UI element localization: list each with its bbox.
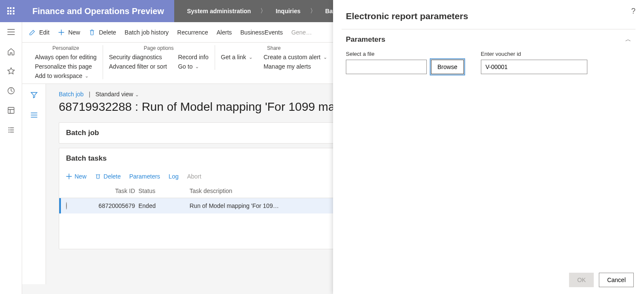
chevron-down-icon: ⌄ [249,55,253,60]
opt-go-to[interactable]: Go to⌄ [178,63,209,70]
waffle-icon [7,7,15,15]
plus-icon [66,173,72,179]
home-icon [7,47,15,56]
workspace-icon [7,106,15,115]
chevron-down-icon: ⌄ [135,92,139,97]
new-button[interactable]: New [58,29,80,36]
dialog-footer: OK Cancel [333,266,644,294]
col-status[interactable]: Status [138,187,190,194]
select-file-label: Select a file [346,51,464,57]
new-label: New [68,29,80,36]
options-group-title: Page options [109,45,209,51]
nav-modules-button[interactable] [0,120,22,140]
delete-label: Delete [99,29,116,36]
svg-rect-1 [8,107,14,113]
opt-advanced-filter-or-sort[interactable]: Advanced filter or sort [109,63,167,70]
nav-recent-button[interactable] [0,81,22,101]
breadcrumb-item-inquiries[interactable]: Inquiries [276,8,300,14]
chevron-right-icon: 〉 [260,7,266,15]
parameters-fields: Select a file Browse Enter voucher id [346,44,631,81]
trash-icon [89,29,95,36]
browse-button[interactable]: Browse [431,60,464,74]
opt-record-info[interactable]: Record info [178,54,209,61]
alerts-button[interactable]: Alerts [216,29,232,36]
clock-icon [7,86,15,95]
col-task-id[interactable]: Task ID [87,187,138,194]
tasks-delete-button[interactable]: Delete [95,173,121,180]
star-icon [7,67,15,75]
chevron-down-icon: ⌄ [85,73,89,79]
view-selector[interactable]: Standard view ⌄ [95,91,139,98]
pencil-icon [29,29,36,36]
brand-title: Finance and Operations Preview [22,0,174,22]
opt-manage-my-alerts[interactable]: Manage my alerts [264,63,327,70]
select-file-input[interactable] [346,60,427,74]
opt-add-to-workspace[interactable]: Add to workspace⌄ [35,72,97,79]
help-button[interactable]: ? [631,7,635,16]
options-group-title: Personalize [35,45,97,51]
tasks-new-button[interactable]: New [66,173,86,180]
chevron-right-icon: 〉 [310,7,316,15]
entity-link[interactable]: Batch job [59,91,83,98]
ok-button: OK [569,273,594,287]
tasks-log-button[interactable]: Log [169,173,178,180]
opt-personalize-this-page[interactable]: Personalize this page [35,63,97,70]
dialog-electronic-report-parameters: ? Electronic report parameters Parameter… [333,0,644,294]
separator: | [89,91,90,98]
opt-get-a-link[interactable]: Get a link⌄ [221,54,253,61]
delete-button[interactable]: Delete [89,29,116,36]
nav-expand-button[interactable] [0,22,22,42]
lines-icon [30,111,38,119]
parameters-section-header[interactable]: Parameters ︿ [346,35,631,44]
recurrence-button[interactable]: Recurrence [177,29,208,36]
field-enter-voucher-id: Enter voucher id [481,51,587,74]
dialog-title: Electronic report parameters [333,0,644,29]
left-nav-rail [0,0,22,294]
nav-favorites-button[interactable] [0,61,22,81]
opt-create-custom-alert[interactable]: Create a custom alert⌄ [264,54,327,61]
tasks-abort-button: Abort [187,173,201,180]
app-launcher-button[interactable] [0,0,22,22]
options-group-share: Share Get a link⌄ Create a custom alert⌄… [215,45,333,70]
edit-label: Edit [39,29,49,36]
side-tool-strip [22,84,46,284]
cell-status: Ended [138,202,190,209]
options-group-page-options: Page options Security diagnostics Advanc… [103,45,215,70]
dialog-parameters-section: Parameters ︿ Select a file Browse Enter … [342,29,635,81]
nav-home-button[interactable] [0,42,22,61]
cell-task-id: 68720005679 [87,202,138,209]
filter-pane-toggle[interactable] [30,91,38,101]
parameters-section-title: Parameters [346,35,385,44]
chevron-down-icon: ⌄ [323,55,327,60]
gene-button: Gene… [291,29,312,36]
plus-icon [58,29,65,36]
options-group-personalize: Personalize Always open for editing Pers… [29,45,103,79]
voucher-id-label: Enter voucher id [481,51,587,57]
batch-history-button[interactable]: Batch job history [125,29,169,36]
list-icon [7,126,15,134]
opt-always-open-for-editing[interactable]: Always open for editing [35,54,97,61]
business-events-button[interactable]: BusinessEvents [240,29,283,36]
nav-workspaces-button[interactable] [0,101,22,120]
options-group-title: Share [221,45,327,51]
cancel-button[interactable]: Cancel [599,273,634,287]
hamburger-icon [7,28,15,36]
voucher-id-input[interactable] [481,60,587,74]
chevron-down-icon: ⌄ [195,64,199,69]
tasks-parameters-button[interactable]: Parameters [129,173,160,180]
row-select-radio[interactable] [66,202,67,210]
opt-security-diagnostics[interactable]: Security diagnostics [109,54,167,61]
field-select-a-file: Select a file Browse [346,51,464,74]
breadcrumb-item-sysadmin[interactable]: System administration [187,8,251,14]
funnel-icon [30,91,38,99]
lines-toggle[interactable] [30,111,38,121]
edit-button[interactable]: Edit [29,29,49,36]
trash-icon [95,173,101,179]
chevron-up-icon: ︿ [625,36,631,43]
